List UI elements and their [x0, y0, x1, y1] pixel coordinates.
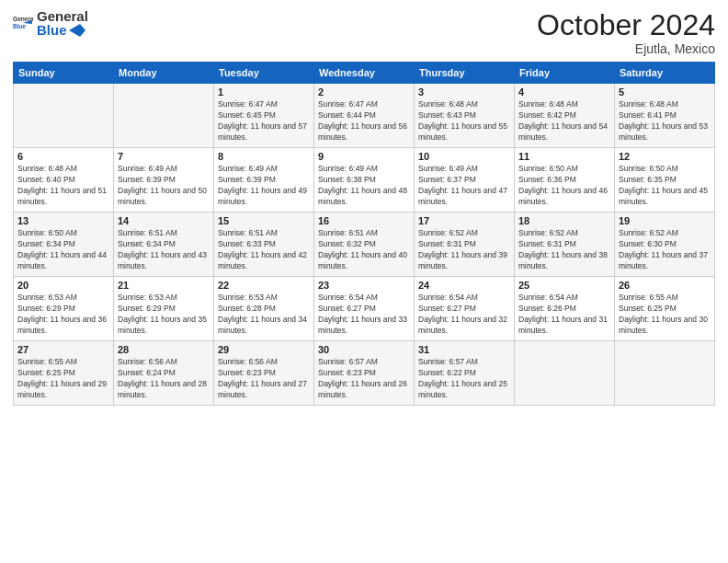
calendar-cell: 18Sunrise: 6:52 AMSunset: 6:31 PMDayligh… — [515, 213, 615, 277]
day-info: Sunrise: 6:53 AMSunset: 6:29 PMDaylight:… — [17, 293, 109, 337]
calendar-cell: 2Sunrise: 6:47 AMSunset: 6:44 PMDaylight… — [314, 84, 415, 148]
day-info: Sunrise: 6:53 AMSunset: 6:29 PMDaylight:… — [118, 293, 210, 337]
header-row: SundayMondayTuesdayWednesdayThursdayFrid… — [14, 63, 715, 84]
day-info: Sunrise: 6:55 AMSunset: 6:25 PMDaylight:… — [619, 293, 711, 337]
day-info: Sunrise: 6:54 AMSunset: 6:27 PMDaylight:… — [318, 293, 410, 337]
calendar-week-row: 13Sunrise: 6:50 AMSunset: 6:34 PMDayligh… — [14, 213, 715, 277]
day-number: 26 — [619, 280, 711, 291]
calendar-cell — [515, 341, 615, 406]
calendar-cell: 29Sunrise: 6:56 AMSunset: 6:23 PMDayligh… — [214, 341, 314, 406]
day-number: 25 — [518, 280, 610, 291]
calendar-cell: 17Sunrise: 6:52 AMSunset: 6:31 PMDayligh… — [415, 213, 515, 277]
day-header: Friday — [515, 63, 615, 84]
day-number: 23 — [318, 280, 410, 291]
day-number: 31 — [418, 344, 510, 355]
calendar-cell: 15Sunrise: 6:51 AMSunset: 6:33 PMDayligh… — [214, 213, 314, 277]
day-number: 11 — [518, 151, 610, 162]
calendar-cell: 28Sunrise: 6:56 AMSunset: 6:24 PMDayligh… — [114, 341, 214, 406]
calendar-cell: 25Sunrise: 6:54 AMSunset: 6:26 PMDayligh… — [515, 277, 615, 341]
day-number: 1 — [218, 86, 310, 98]
logo-blue-text: Blue — [37, 23, 67, 37]
day-number: 30 — [318, 344, 410, 355]
day-info: Sunrise: 6:52 AMSunset: 6:31 PMDaylight:… — [418, 228, 510, 272]
day-header: Sunday — [14, 63, 114, 84]
calendar-cell: 5Sunrise: 6:48 AMSunset: 6:41 PMDaylight… — [615, 84, 715, 148]
day-info: Sunrise: 6:53 AMSunset: 6:28 PMDaylight:… — [218, 293, 310, 337]
title-location: Ejutla, Mexico — [537, 41, 715, 56]
calendar-week-row: 20Sunrise: 6:53 AMSunset: 6:29 PMDayligh… — [14, 277, 715, 341]
calendar-cell: 30Sunrise: 6:57 AMSunset: 6:23 PMDayligh… — [314, 341, 415, 406]
day-info: Sunrise: 6:55 AMSunset: 6:25 PMDaylight:… — [17, 357, 109, 401]
day-info: Sunrise: 6:48 AMSunset: 6:41 PMDaylight:… — [619, 99, 711, 144]
calendar-cell: 7Sunrise: 6:49 AMSunset: 6:39 PMDaylight… — [114, 148, 214, 213]
title-month: October 2024 — [537, 9, 715, 41]
day-info: Sunrise: 6:57 AMSunset: 6:22 PMDaylight:… — [418, 357, 510, 401]
day-info: Sunrise: 6:51 AMSunset: 6:32 PMDaylight:… — [318, 228, 410, 272]
day-number: 21 — [118, 280, 210, 291]
day-number: 29 — [218, 344, 310, 355]
calendar-cell: 1Sunrise: 6:47 AMSunset: 6:45 PMDaylight… — [214, 84, 314, 148]
day-info: Sunrise: 6:51 AMSunset: 6:33 PMDaylight:… — [218, 228, 310, 272]
day-info: Sunrise: 6:47 AMSunset: 6:44 PMDaylight:… — [318, 99, 410, 144]
day-info: Sunrise: 6:47 AMSunset: 6:45 PMDaylight:… — [218, 99, 310, 144]
calendar-cell: 14Sunrise: 6:51 AMSunset: 6:34 PMDayligh… — [114, 213, 214, 277]
calendar-cell: 22Sunrise: 6:53 AMSunset: 6:28 PMDayligh… — [214, 277, 314, 341]
logo-arrow-icon — [69, 24, 85, 37]
calendar-cell: 13Sunrise: 6:50 AMSunset: 6:34 PMDayligh… — [14, 213, 114, 277]
day-info: Sunrise: 6:57 AMSunset: 6:23 PMDaylight:… — [318, 357, 410, 401]
calendar-week-row: 27Sunrise: 6:55 AMSunset: 6:25 PMDayligh… — [14, 341, 715, 406]
calendar-cell: 21Sunrise: 6:53 AMSunset: 6:29 PMDayligh… — [114, 277, 214, 341]
day-number: 24 — [418, 280, 510, 291]
svg-marker-3 — [69, 24, 85, 37]
day-header: Saturday — [615, 63, 715, 84]
day-info: Sunrise: 6:49 AMSunset: 6:38 PMDaylight:… — [318, 164, 410, 208]
logo-general-text: General — [37, 9, 88, 23]
day-number: 12 — [619, 151, 711, 162]
day-number: 6 — [17, 151, 109, 162]
title-block: October 2024 Ejutla, Mexico — [537, 9, 715, 56]
day-info: Sunrise: 6:50 AMSunset: 6:36 PMDaylight:… — [518, 164, 610, 208]
header: General Blue General Blue October 2024 E… — [13, 9, 715, 56]
day-number: 10 — [418, 151, 510, 162]
day-number: 27 — [17, 344, 109, 355]
day-info: Sunrise: 6:54 AMSunset: 6:26 PMDaylight:… — [518, 293, 610, 337]
calendar-cell: 6Sunrise: 6:48 AMSunset: 6:40 PMDaylight… — [14, 148, 114, 213]
calendar-cell: 11Sunrise: 6:50 AMSunset: 6:36 PMDayligh… — [515, 148, 615, 213]
day-number: 3 — [418, 86, 510, 98]
day-number: 15 — [218, 215, 310, 226]
svg-text:Blue: Blue — [13, 23, 27, 29]
calendar-cell — [615, 341, 715, 406]
calendar-cell: 24Sunrise: 6:54 AMSunset: 6:27 PMDayligh… — [415, 277, 515, 341]
day-info: Sunrise: 6:52 AMSunset: 6:30 PMDaylight:… — [619, 228, 711, 272]
calendar-cell — [114, 84, 214, 148]
day-number: 7 — [118, 151, 210, 162]
day-info: Sunrise: 6:49 AMSunset: 6:39 PMDaylight:… — [118, 164, 210, 208]
calendar-cell: 27Sunrise: 6:55 AMSunset: 6:25 PMDayligh… — [14, 341, 114, 406]
day-number: 19 — [619, 215, 711, 226]
day-info: Sunrise: 6:48 AMSunset: 6:40 PMDaylight:… — [17, 164, 109, 208]
day-number: 17 — [418, 215, 510, 226]
calendar-cell: 20Sunrise: 6:53 AMSunset: 6:29 PMDayligh… — [14, 277, 114, 341]
day-info: Sunrise: 6:51 AMSunset: 6:34 PMDaylight:… — [118, 228, 210, 272]
calendar-cell: 10Sunrise: 6:49 AMSunset: 6:37 PMDayligh… — [415, 148, 515, 213]
day-info: Sunrise: 6:56 AMSunset: 6:23 PMDaylight:… — [218, 357, 310, 401]
calendar-cell: 16Sunrise: 6:51 AMSunset: 6:32 PMDayligh… — [314, 213, 415, 277]
calendar-cell: 31Sunrise: 6:57 AMSunset: 6:22 PMDayligh… — [415, 341, 515, 406]
calendar-cell: 9Sunrise: 6:49 AMSunset: 6:38 PMDaylight… — [314, 148, 415, 213]
day-info: Sunrise: 6:54 AMSunset: 6:27 PMDaylight:… — [418, 293, 510, 337]
logo: General Blue General Blue — [13, 9, 88, 37]
day-header: Wednesday — [314, 63, 415, 84]
calendar-week-row: 6Sunrise: 6:48 AMSunset: 6:40 PMDaylight… — [14, 148, 715, 213]
day-number: 28 — [118, 344, 210, 355]
calendar-cell: 4Sunrise: 6:48 AMSunset: 6:42 PMDaylight… — [515, 84, 615, 148]
day-info: Sunrise: 6:56 AMSunset: 6:24 PMDaylight:… — [118, 357, 210, 401]
day-info: Sunrise: 6:52 AMSunset: 6:31 PMDaylight:… — [518, 228, 610, 272]
logo-icon: General Blue — [13, 13, 33, 33]
day-number: 9 — [318, 151, 410, 162]
calendar-week-row: 1Sunrise: 6:47 AMSunset: 6:45 PMDaylight… — [14, 84, 715, 148]
day-number: 5 — [619, 86, 711, 98]
day-info: Sunrise: 6:49 AMSunset: 6:37 PMDaylight:… — [418, 164, 510, 208]
day-info: Sunrise: 6:48 AMSunset: 6:42 PMDaylight:… — [518, 99, 610, 144]
calendar-cell: 26Sunrise: 6:55 AMSunset: 6:25 PMDayligh… — [615, 277, 715, 341]
day-info: Sunrise: 6:50 AMSunset: 6:34 PMDaylight:… — [17, 228, 109, 272]
